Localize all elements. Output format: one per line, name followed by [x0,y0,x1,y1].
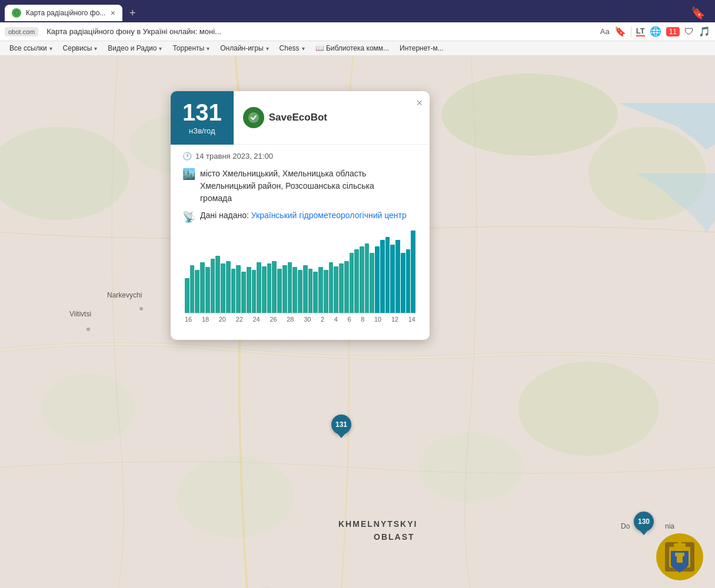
svg-point-9 [139,307,143,310]
chart-label: 26 [270,316,277,323]
chevron-down-icon: ▾ [302,45,305,52]
location-icon: 🏙️ [182,168,195,181]
bookmark-chess[interactable]: Chess ▾ [275,42,310,54]
popup-location-text: місто Хмельницький, Хмельницька область … [200,168,374,205]
music-icon[interactable]: 🎵 [699,26,710,37]
bookmarks-bar: Все ссылки ▾ Сервисы ▾ Видео и Радио ▾ Т… [0,41,715,56]
chart-bar-27 [324,270,328,313]
browser-chrome: Карта радіаційного фо... × + 🔖 obot.com … [0,0,715,56]
chart-bar-35 [365,243,370,313]
chart-bar-0 [185,278,189,313]
chevron-down-icon: ▾ [49,45,52,52]
chart-bar-7 [221,263,225,313]
city-emblem [656,533,703,580]
chart-label: 28 [287,316,294,323]
radiation-unit: нЗв/год [189,126,215,135]
svg-rect-16 [675,553,684,556]
chart-bar-23 [303,265,308,313]
chart-bar-1 [190,265,195,313]
chart-label: 30 [304,316,311,323]
chart-bar-15 [262,266,267,313]
chart-label: 18 [202,316,209,323]
chart-label: 16 [185,316,192,323]
bookmark-torrents[interactable]: Торренты ▾ [168,42,214,54]
chart-bar-14 [257,262,261,313]
url-display[interactable]: Карта радіаційного фону в Україні онлайн… [42,25,597,38]
chart-bar-34 [360,246,364,313]
svg-rect-14 [674,543,686,547]
chart-bar-9 [231,269,236,313]
translate-icon[interactable]: 🌐 [650,26,661,37]
popup-body: 🕐 14 травня 2023, 21:00 🏙️ місто Хмельни… [171,145,430,340]
radiation-value: 131 [182,101,222,124]
svg-point-5 [41,373,135,444]
map-marker-131-main[interactable]: 131 [331,415,351,435]
popup-value-box: 131 нЗв/год [171,91,234,145]
popup-header: 131 нЗв/год SaveEcoBot [171,91,430,145]
chart-label: 10 [374,316,381,323]
chart-bar-13 [252,270,257,313]
popup-location: 🏙️ місто Хмельницький, Хмельницька облас… [182,168,418,205]
chart-bar-36 [370,253,374,313]
chart-bar-31 [344,261,349,313]
bookmark-star-icon[interactable]: 🔖 [686,4,710,22]
map-marker-130-right[interactable]: 130 [634,512,654,532]
chart-bar-20 [288,262,292,313]
svg-point-6 [177,456,294,538]
spellcheck-icon[interactable]: LT [636,26,645,36]
chart-label: 8 [361,316,364,323]
chart-area: 16182022242628302468101214 [182,230,418,330]
chart-bar-25 [313,272,318,313]
chart-bar-2 [195,270,199,313]
chevron-down-icon: ▾ [207,45,209,52]
chart-bar-40 [390,245,395,313]
bookmark-online-games[interactable]: Онлайн-игры ▾ [215,42,273,54]
chart-bar-38 [380,240,385,313]
chart-bar-33 [354,249,359,313]
bookmark-all-links[interactable]: Все ссылки ▾ [5,42,57,54]
bookmark-library[interactable]: 📖 Библиотека комм... [311,42,394,54]
extension-red-icon[interactable]: 11 [666,27,680,36]
chart-bar-12 [247,267,251,313]
popup-datetime: 🕐 14 травня 2023, 21:00 [182,152,418,161]
popup: 131 нЗв/год SaveEcoBot × 🕐 14 травня 202… [171,91,430,340]
font-icon[interactable]: Aa [600,27,610,36]
saveecobot-logo [243,107,264,128]
bookmark-internet[interactable]: Интернет-м... [395,42,448,54]
chart-bar-37 [375,246,380,313]
reader-icon[interactable]: 🔖 [614,26,626,37]
chart-bar-6 [215,256,220,313]
chart-bar-29 [334,266,338,313]
bar-chart [182,230,418,313]
chart-label: 20 [219,316,226,323]
chart-bar-39 [385,237,390,313]
chart-x-labels: 16182022242628302468101214 [182,313,418,323]
chart-label: 14 [408,316,415,323]
shield-icon[interactable]: 🛡 [684,26,694,37]
tab-title: Карта радіаційного фо... [26,9,106,17]
bookmark-video-radio[interactable]: Видео и Радио ▾ [103,42,167,54]
chart-bar-42 [401,253,405,313]
chart-bar-30 [339,263,344,313]
map-area[interactable]: Narkevychi Viitivtsi KHMELNYTSKYI OBLAST… [0,56,715,588]
bookmark-services[interactable]: Сервисы ▾ [58,42,102,54]
svg-point-10 [87,328,90,331]
new-tab-button[interactable]: + [125,5,141,22]
chart-bar-5 [211,259,215,313]
svg-point-8 [518,362,659,456]
data-source-link[interactable]: Український гідрометеорологічний центр [251,211,407,220]
chart-bar-28 [329,262,334,313]
chart-bar-3 [200,262,205,313]
chart-bar-19 [282,265,287,313]
active-tab[interactable]: Карта радіаційного фо... × [5,5,122,21]
chart-label: 12 [391,316,398,323]
chart-bar-11 [241,272,246,313]
chart-bar-26 [318,267,323,313]
chart-bar-8 [226,261,231,313]
chart-bar-16 [267,263,272,313]
chevron-down-icon: ▾ [159,45,162,52]
popup-close-button[interactable]: × [416,97,423,109]
tab-close-button[interactable]: × [111,8,115,18]
chart-label: 24 [253,316,260,323]
chart-label: 2 [321,316,324,323]
